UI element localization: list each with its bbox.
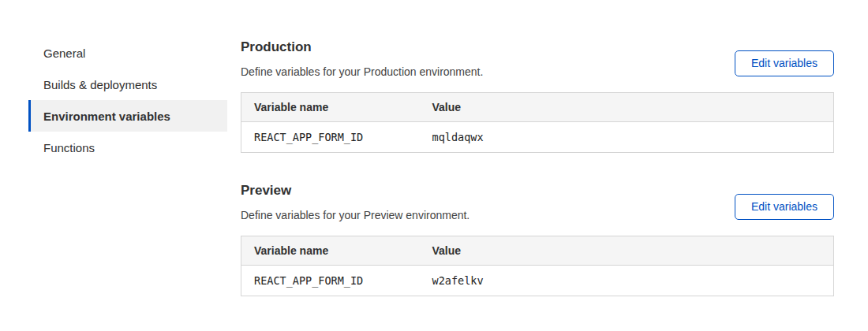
table-header-row: Variable name Value: [241, 236, 834, 266]
preview-section-title: Preview: [241, 183, 470, 199]
table-header-row: Variable name Value: [241, 93, 834, 122]
variable-name-cell: REACT_APP_FORM_ID: [241, 122, 420, 153]
preview-section-text: Preview Define variables for your Previe…: [241, 183, 470, 236]
variable-value-cell: mqldaqwx: [420, 122, 834, 153]
sidebar-item-general[interactable]: General: [31, 37, 227, 69]
variable-name-cell: REACT_APP_FORM_ID: [241, 266, 420, 296]
column-header-value: Value: [420, 93, 834, 122]
variable-value-cell: w2afelkv: [420, 266, 834, 296]
preview-section: Preview Define variables for your Previe…: [241, 183, 834, 296]
environment-variables-settings-page: General Builds & deployments Environment…: [0, 0, 868, 296]
preview-section-header: Preview Define variables for your Previe…: [241, 183, 834, 236]
production-section-description: Define variables for your Production env…: [241, 65, 483, 78]
column-header-variable-name: Variable name: [241, 236, 420, 266]
column-header-variable-name: Variable name: [241, 93, 420, 122]
column-header-value: Value: [420, 236, 834, 266]
sidebar-item-functions[interactable]: Functions: [31, 132, 227, 163]
settings-content: Production Define variables for your Pro…: [227, 37, 868, 296]
production-section: Production Define variables for your Pro…: [241, 39, 834, 153]
sidebar-item-environment-variables[interactable]: Environment variables: [28, 100, 227, 132]
edit-variables-button-preview[interactable]: Edit variables: [735, 194, 834, 220]
preview-section-description: Define variables for your Preview enviro…: [241, 209, 470, 221]
production-section-header: Production Define variables for your Pro…: [241, 39, 834, 92]
edit-variables-button-production[interactable]: Edit variables: [735, 50, 834, 76]
settings-sidebar: General Builds & deployments Environment…: [28, 37, 227, 163]
production-section-title: Production: [241, 39, 483, 55]
preview-variables-table: Variable name Value REACT_APP_FORM_ID w2…: [241, 236, 834, 296]
production-variables-table: Variable name Value REACT_APP_FORM_ID mq…: [241, 92, 834, 153]
production-section-text: Production Define variables for your Pro…: [241, 39, 483, 92]
sidebar-item-builds-deployments[interactable]: Builds & deployments: [31, 69, 227, 100]
table-row: REACT_APP_FORM_ID mqldaqwx: [241, 122, 834, 153]
table-row: REACT_APP_FORM_ID w2afelkv: [241, 266, 834, 296]
